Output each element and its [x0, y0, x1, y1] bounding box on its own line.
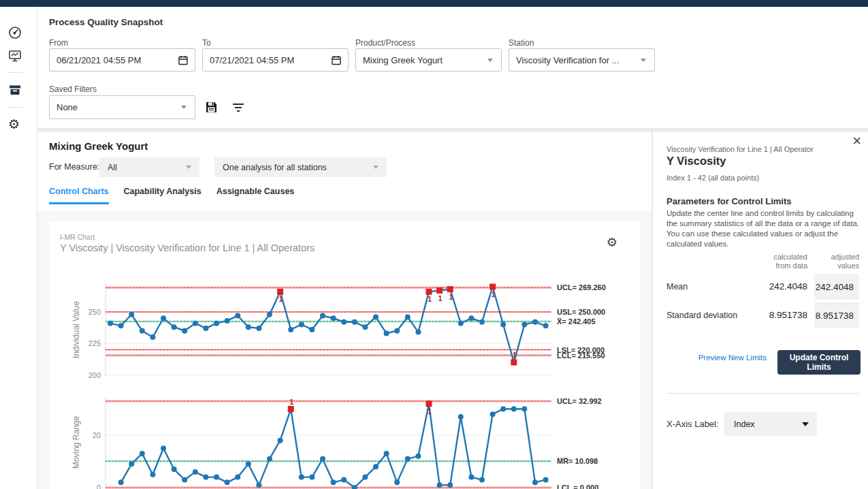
svg-text:1: 1 [449, 294, 453, 301]
data-point [246, 324, 251, 330]
tab-assignable-causes[interactable]: Assignable Causes [216, 187, 295, 204]
data-point [500, 322, 506, 328]
analysis-mode-select[interactable]: One analysis for all stations [214, 157, 387, 177]
mean-adjusted-input[interactable]: 242.4048 [814, 274, 859, 300]
xaxis-label: X-Axis Label: [666, 419, 719, 429]
data-point [150, 334, 155, 340]
data-point [341, 319, 347, 325]
out-of-control-point [489, 284, 496, 290]
data-point [415, 454, 421, 459]
data-point [331, 315, 336, 321]
svg-text:225: 225 [89, 339, 101, 347]
data-point [299, 322, 304, 328]
sidebar-item-dashboard[interactable] [8, 26, 22, 40]
svg-text:1: 1 [438, 295, 443, 302]
page-title: Process Quality Snapshot [49, 17, 163, 27]
archive-icon [8, 83, 22, 97]
top-navy-bar [0, 0, 868, 7]
data-point [299, 475, 304, 480]
from-date-value: 06/21/2021 04:55 PM [57, 55, 178, 65]
data-point [320, 313, 325, 319]
imr-chart-card: I-MR Chart Y Viscosity | Viscosity Verif… [49, 221, 640, 489]
data-point [521, 322, 527, 328]
xaxis-value: Index [734, 420, 802, 429]
data-point [172, 324, 177, 330]
filter-button[interactable] [232, 103, 244, 115]
tab-control-charts[interactable]: Control Charts [49, 187, 109, 204]
tab-capability-analysis[interactable]: Capability Analysis [124, 187, 202, 204]
out-of-control-point [511, 360, 517, 366]
chart-background-zone: I-MR Chart Y Viscosity | Viscosity Verif… [37, 211, 652, 489]
data-point [458, 321, 464, 326]
product-select[interactable]: Mixing Greek Yogurt [355, 48, 502, 72]
out-of-control-point [277, 289, 283, 295]
stddev-adjusted-input[interactable]: 8.951738 [814, 302, 859, 328]
chevron-down-icon [181, 106, 187, 109]
data-point [172, 467, 177, 472]
out-of-control-point [436, 287, 443, 294]
measure-value: All [108, 163, 186, 172]
data-point [140, 328, 145, 334]
data-point [458, 414, 464, 420]
to-date-input[interactable]: 07/21/2021 04:55 PM [202, 48, 349, 72]
mean-calculated-value: 242.4048 [769, 281, 807, 291]
calendar-icon[interactable] [178, 55, 188, 65]
svg-text:1: 1 [279, 296, 283, 303]
main-content: Mixing Greek Yogurt For Measure: All One… [37, 132, 652, 489]
data-point [437, 482, 443, 488]
panel-subtitle: Viscosity Verification for Line 1 | All … [666, 145, 814, 153]
sidebar-item-settings[interactable]: ⚙ [8, 118, 22, 131]
calendar-icon[interactable] [332, 55, 341, 65]
out-of-control-point [426, 289, 432, 295]
station-select[interactable]: Viscosity Verification for ... [509, 48, 655, 72]
save-filter-button[interactable] [205, 101, 218, 116]
data-point [214, 321, 219, 326]
svg-text:250: 250 [89, 308, 101, 316]
saved-filters-select[interactable]: None [49, 95, 195, 119]
close-icon[interactable]: × [852, 133, 861, 148]
data-point [405, 314, 411, 319]
svg-text:0: 0 [97, 484, 101, 489]
for-measure-label: For Measure: [49, 162, 99, 172]
data-point [193, 321, 198, 326]
chevron-down-icon [373, 165, 379, 169]
data-point [214, 475, 219, 480]
analysis-mode-value: One analysis for all stations [223, 163, 373, 172]
data-point [140, 451, 145, 456]
imr-chart-svg: 200225250Individual ValueUCL= 269.260USL… [49, 221, 640, 489]
out-of-control-point [288, 406, 294, 412]
data-point [150, 472, 155, 477]
panel-title: Y Viscosity [666, 155, 726, 168]
adjusted-column-header: adjusted values [811, 253, 859, 270]
svg-text:1: 1 [513, 351, 517, 359]
params-heading: Parameters for Control Limits [666, 196, 792, 206]
data-point [543, 477, 549, 482]
sidebar-item-analytics[interactable] [8, 49, 22, 63]
svg-text:1: 1 [428, 408, 432, 415]
data-point [203, 326, 208, 331]
data-point [256, 482, 261, 488]
preview-new-limits-link[interactable]: Preview New Limits [698, 353, 767, 362]
data-point [278, 438, 283, 443]
control-limits-panel: × Viscosity Verification for Line 1 | Al… [652, 132, 868, 489]
xaxis-select[interactable]: Index [724, 412, 817, 436]
svg-text:20: 20 [93, 431, 101, 439]
chevron-down-icon [487, 59, 493, 62]
product-label: Product/Process [355, 38, 415, 48]
gear-icon: ⚙ [8, 117, 20, 131]
sidebar-item-archive[interactable] [8, 83, 22, 97]
data-point [203, 475, 208, 480]
from-date-input[interactable]: 06/21/2021 04:55 PM [49, 48, 195, 72]
data-point [267, 456, 272, 462]
data-point [161, 315, 166, 321]
svg-text:UCL= 269.260: UCL= 269.260 [557, 283, 606, 291]
calculated-column-header: calculated from data [753, 253, 807, 270]
gauge-icon [8, 26, 22, 40]
update-control-limits-button[interactable]: Update Control Limits [777, 350, 861, 375]
from-label: From [49, 38, 68, 48]
measure-select[interactable]: All [99, 157, 199, 177]
svg-text:X̄= 242.405: X̄= 242.405 [557, 317, 596, 326]
data-point [394, 328, 400, 334]
saved-filters-value: None [57, 102, 181, 112]
data-point [256, 326, 261, 331]
